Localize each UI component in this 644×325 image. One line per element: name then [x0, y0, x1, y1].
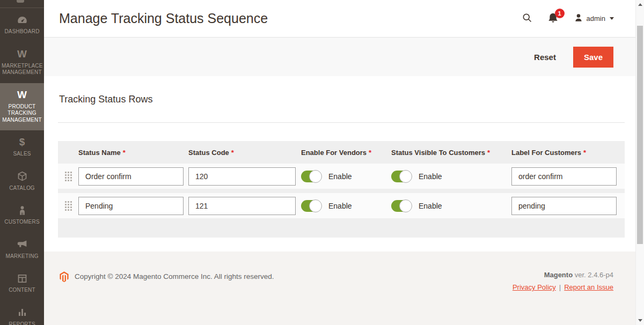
- column-header-enable-for-vendors: Enable For Vendors*: [301, 149, 391, 157]
- sidebar-item-label: DASHBOARD: [2, 28, 42, 35]
- sidebar-item-content[interactable]: CONTENT: [0, 267, 44, 301]
- header-actions: 1 admin: [522, 12, 614, 25]
- sidebar-item-dashboard[interactable]: DASHBOARD: [0, 8, 44, 42]
- admin-user-menu[interactable]: admin: [574, 13, 614, 25]
- sidebar-item-product-tracking-management[interactable]: W PRODUCT TRACKING MANAGEMENT: [0, 83, 44, 131]
- column-label: Status Name: [78, 149, 121, 157]
- label-for-customers-input[interactable]: [511, 167, 617, 186]
- toggle-knob: [309, 200, 322, 212]
- sidebar-item-catalog[interactable]: CATALOG: [0, 165, 44, 199]
- notification-badge: 1: [555, 9, 565, 18]
- sidebar-item-label: MARKETING: [2, 253, 42, 260]
- page-title: Manage Tracking Status Sequence: [59, 11, 522, 26]
- toggle-knob: [399, 200, 412, 212]
- status-visible-to-customers-toggle[interactable]: [391, 200, 412, 212]
- main-content: Manage Tracking Status Sequence 1 admin: [44, 0, 644, 325]
- column-label: Status Visible To Customers: [391, 149, 485, 157]
- search-icon: [522, 12, 532, 25]
- reports-chart-icon: [2, 307, 42, 319]
- sidebar-item-label: REPORTS: [2, 321, 42, 325]
- section-head: Tracking Status Rows: [44, 76, 644, 105]
- column-header-status-visible-to-customers: Status Visible To Customers*: [391, 149, 511, 157]
- scroll-up-arrow-icon[interactable]: [638, 3, 642, 6]
- sidebar-item-label: MARKETPLACE MANAGEMENT: [2, 63, 42, 76]
- status-name-input[interactable]: [78, 167, 184, 186]
- vertical-scrollbar[interactable]: [635, 0, 644, 325]
- version-line: Magento ver. 2.4.6-p4: [513, 271, 613, 279]
- tracking-status-table: Status Name* Status Code* Enable For Ven…: [58, 141, 625, 238]
- save-button[interactable]: Save: [573, 47, 613, 68]
- magento-logo-icon: [59, 271, 69, 284]
- column-label: Status Code: [188, 149, 229, 157]
- status-name-input[interactable]: [78, 197, 184, 215]
- marketplace-w-icon: W: [2, 48, 42, 60]
- reset-button[interactable]: Reset: [533, 48, 557, 66]
- sidebar-item-reports[interactable]: REPORTS: [0, 301, 44, 325]
- column-header-status-code: Status Code*: [188, 149, 301, 157]
- dashboard-gauge-icon: [2, 14, 42, 26]
- section-divider: [58, 122, 625, 123]
- privacy-policy-link[interactable]: Privacy Policy: [513, 283, 556, 291]
- chevron-down-icon: [610, 17, 614, 20]
- column-label: Enable For Vendors: [301, 149, 367, 157]
- column-header-label-for-customers: Label For Customers*: [511, 149, 625, 157]
- table-header-row: Status Name* Status Code* Enable For Ven…: [58, 141, 625, 164]
- table-row: Enable Enable: [58, 164, 625, 189]
- sidebar-item-marketing[interactable]: MARKETING: [0, 233, 44, 267]
- page-header: Manage Tracking Status Sequence 1 admin: [44, 0, 644, 38]
- sidebar-item-customers[interactable]: CUSTOMERS: [0, 198, 44, 233]
- user-icon: [574, 13, 583, 25]
- required-asterisk: *: [123, 149, 126, 157]
- report-an-issue-link[interactable]: Report an Issue: [564, 283, 613, 291]
- sidebar-item-marketplace-management[interactable]: W MARKETPLACE MANAGEMENT: [0, 42, 44, 83]
- required-asterisk: *: [583, 149, 586, 157]
- user-name: admin: [587, 14, 605, 23]
- catalog-box-icon: [2, 171, 42, 182]
- status-code-input[interactable]: [188, 167, 296, 186]
- required-asterisk: *: [369, 149, 371, 157]
- scroll-down-arrow-icon[interactable]: [638, 319, 642, 322]
- toggle-knob: [399, 170, 412, 183]
- status-visible-to-customers-toggle[interactable]: [391, 171, 412, 182]
- admin-sidebar: DASHBOARD W MARKETPLACE MANAGEMENT W PRO…: [0, 0, 44, 325]
- label-for-customers-input[interactable]: [511, 197, 617, 215]
- status-code-input[interactable]: [188, 197, 296, 215]
- sales-dollar-icon: $: [2, 136, 42, 148]
- toggle-label: Enable: [328, 202, 352, 210]
- enable-for-vendors-toggle[interactable]: [301, 200, 321, 212]
- customers-person-icon: [2, 204, 42, 216]
- sidebar-item-label: CONTENT: [2, 287, 42, 294]
- search-button[interactable]: [522, 12, 532, 25]
- action-toolbar: Reset Save: [44, 38, 644, 76]
- notifications-button[interactable]: 1: [547, 12, 559, 25]
- sidebar-item-sales[interactable]: $ SALES: [0, 130, 44, 165]
- sidebar-item-label: CATALOG: [2, 185, 42, 192]
- magento-admin-logo-fragment: [17, 0, 24, 3]
- sidebar-item-label: PRODUCT TRACKING MANAGEMENT: [2, 104, 42, 124]
- product-tracking-w-icon: W: [2, 89, 42, 101]
- column-label: Label For Customers: [511, 149, 581, 157]
- drag-handle-icon[interactable]: [65, 172, 72, 181]
- required-asterisk: *: [231, 149, 234, 157]
- required-asterisk: *: [487, 149, 490, 157]
- marketing-megaphone-icon: [2, 239, 42, 250]
- toggle-label: Enable: [419, 202, 442, 210]
- table-row: Enable Enable: [58, 193, 625, 218]
- brand-name: Magento: [544, 271, 573, 279]
- drag-handle-icon[interactable]: [65, 201, 72, 211]
- content-layout-icon: [2, 272, 42, 284]
- column-header-status-name: Status Name*: [78, 149, 188, 157]
- sidebar-item-label: CUSTOMERS: [2, 219, 42, 226]
- enable-for-vendors-toggle[interactable]: [301, 171, 321, 182]
- sidebar-logo-area: [0, 0, 44, 8]
- toggle-label: Enable: [419, 172, 442, 181]
- copyright-text: Copyright © 2024 Magento Commerce Inc. A…: [75, 271, 274, 283]
- sidebar-item-label: SALES: [2, 151, 42, 158]
- scrollbar-thumb[interactable]: [637, 26, 643, 244]
- section-title: Tracking Status Rows: [59, 93, 629, 105]
- toggle-label: Enable: [328, 172, 352, 181]
- version-text: ver. 2.4.6-p4: [575, 271, 613, 279]
- page-footer: Copyright © 2024 Magento Commerce Inc. A…: [44, 252, 644, 325]
- toggle-knob: [309, 170, 322, 183]
- link-separator: |: [559, 283, 561, 291]
